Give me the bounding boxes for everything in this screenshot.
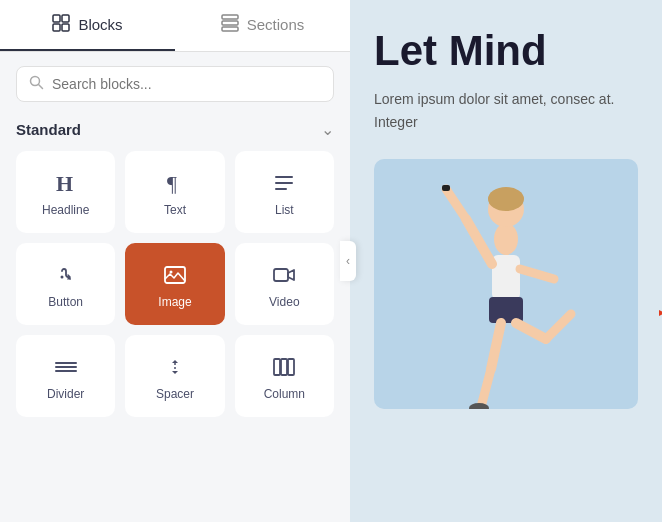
block-image[interactable]: Image — [125, 243, 224, 325]
svg-line-32 — [520, 269, 554, 279]
blocks-grid: H Headline ¶ Text List — [0, 151, 350, 417]
svg-line-31 — [446, 189, 466, 219]
hero-image — [374, 159, 638, 409]
video-icon — [272, 263, 296, 287]
svg-rect-1 — [62, 15, 69, 22]
text-icon: ¶ — [163, 171, 187, 195]
chevron-down-icon[interactable]: ⌄ — [321, 120, 334, 139]
svg-line-35 — [516, 323, 546, 339]
search-icon — [29, 75, 44, 93]
svg-rect-5 — [222, 21, 238, 25]
block-list[interactable]: List — [235, 151, 334, 233]
svg-point-14 — [60, 276, 63, 279]
block-button[interactable]: Button — [16, 243, 115, 325]
block-spacer[interactable]: Spacer — [125, 335, 224, 417]
block-video[interactable]: Video — [235, 243, 334, 325]
block-column-label: Column — [264, 387, 305, 401]
sections-icon — [221, 14, 239, 36]
standard-section-title: Standard — [16, 121, 81, 138]
svg-rect-6 — [222, 27, 238, 31]
block-video-label: Video — [269, 295, 299, 309]
svg-text:¶: ¶ — [167, 171, 177, 195]
block-headline-label: Headline — [42, 203, 89, 217]
hero-subtitle: Lorem ipsum dolor sit amet, consec at. I… — [374, 88, 634, 133]
column-icon — [272, 355, 296, 379]
svg-rect-0 — [53, 15, 60, 22]
button-icon — [54, 263, 78, 287]
block-text[interactable]: ¶ Text — [125, 151, 224, 233]
svg-point-16 — [169, 271, 172, 274]
tab-blocks-label: Blocks — [78, 16, 122, 33]
tab-sections-label: Sections — [247, 16, 305, 33]
block-divider-label: Divider — [47, 387, 84, 401]
right-panel: Let Mind Lorem ipsum dolor sit amet, con… — [350, 0, 662, 522]
svg-line-30 — [466, 219, 492, 264]
svg-rect-24 — [288, 359, 294, 375]
dancer-svg — [416, 169, 596, 409]
spacer-icon — [163, 355, 187, 379]
svg-rect-3 — [62, 24, 69, 31]
svg-rect-22 — [274, 359, 280, 375]
svg-rect-2 — [53, 24, 60, 31]
svg-rect-23 — [281, 359, 287, 375]
divider-icon — [54, 355, 78, 379]
search-box — [16, 66, 334, 102]
svg-point-27 — [488, 187, 524, 211]
search-input[interactable] — [52, 76, 321, 92]
hero-content: Let Mind Lorem ipsum dolor sit amet, con… — [350, 0, 662, 149]
block-text-label: Text — [164, 203, 186, 217]
headline-icon: H — [54, 171, 78, 195]
svg-rect-38 — [442, 185, 450, 191]
left-panel: Blocks Sections Sta — [0, 0, 350, 522]
list-icon — [272, 171, 296, 195]
block-divider[interactable]: Divider — [16, 335, 115, 417]
svg-line-34 — [481, 369, 491, 407]
block-spacer-label: Spacer — [156, 387, 194, 401]
block-image-label: Image — [158, 295, 191, 309]
block-list-label: List — [275, 203, 294, 217]
tab-bar: Blocks Sections — [0, 0, 350, 52]
block-headline[interactable]: H Headline — [16, 151, 115, 233]
tab-blocks[interactable]: Blocks — [0, 0, 175, 51]
standard-section-header: Standard ⌄ — [0, 112, 350, 151]
svg-text:H: H — [56, 171, 73, 195]
svg-line-36 — [546, 314, 571, 339]
collapse-icon: ‹ — [346, 254, 350, 268]
hero-title: Let Mind — [374, 28, 638, 74]
tab-sections[interactable]: Sections — [175, 0, 350, 51]
search-wrapper — [0, 52, 350, 112]
block-button-label: Button — [48, 295, 83, 309]
block-column[interactable]: Column — [235, 335, 334, 417]
arrow-annotation — [655, 273, 662, 357]
svg-line-8 — [39, 85, 43, 89]
svg-line-33 — [491, 323, 501, 369]
panel-collapse-handle[interactable]: ‹ — [340, 241, 356, 281]
blocks-icon — [52, 14, 70, 36]
svg-rect-4 — [222, 15, 238, 19]
image-icon — [163, 263, 187, 287]
svg-point-25 — [494, 223, 518, 255]
svg-rect-17 — [274, 269, 288, 281]
